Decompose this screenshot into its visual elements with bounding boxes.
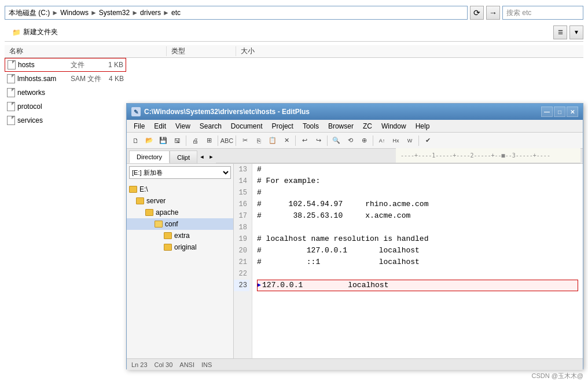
menu-window[interactable]: Window [377,121,411,131]
tree-item-original[interactable]: original [127,241,233,253]
undo-btn[interactable]: ↩ [298,134,311,147]
col-header-name[interactable]: 名称 [5,46,167,56]
address-path[interactable]: 本地磁盘 (C:) ► Windows ► System32 ► drivers… [5,6,468,20]
code-line-23[interactable]: ▶ 127.0.0.1 localhost [257,280,578,291]
check-btn[interactable]: ✔ [421,134,434,147]
hex-btn[interactable]: Hx [389,134,402,147]
tree-label: E:\ [139,185,148,193]
file-item-protocol[interactable]: protocol [5,100,126,113]
menu-project[interactable]: Project [267,121,298,131]
tab-directory[interactable]: Directory [129,151,170,163]
status-col: Col 30 [155,361,173,368]
file-name: services [17,116,75,124]
save-all-btn[interactable]: 🖫 [171,134,183,147]
editplus-app-icon: ✎ [131,107,141,116]
find-all-btn[interactable]: ⊕ [358,134,370,147]
new-folder-button[interactable]: 📁 新建文件夹 [5,24,65,41]
code-editor[interactable]: 13 14 15 16 17 18 19 20 21 22 23 # # For… [234,164,583,358]
paste-btn[interactable]: 📋 [266,134,279,147]
editor-inner: 13 14 15 16 17 18 19 20 21 22 23 # # For… [234,164,583,358]
menu-edit[interactable]: Edit [149,121,171,131]
file-item-lmhosts[interactable]: lmhosts.sam SAM 文件 4 KB [5,72,126,86]
copy-btn[interactable]: ⎘ [252,134,265,147]
addr-part-4[interactable]: drivers [140,9,161,17]
file-item-networks[interactable]: networks [5,86,126,100]
col-header-size[interactable]: 大小 [236,46,282,56]
print-btn[interactable]: 🖨 [189,134,201,147]
editplus-toolbar: 🗋 📂 💾 🖫 🖨 ⊞ ABC ✂ ⎘ 📋 ✕ ↩ ↪ 🔍 ⟲ ⊕ A↑ Hx … [127,133,583,149]
tree-item-extra[interactable]: extra [127,230,233,241]
line-numbers: 13 14 15 16 17 18 19 20 21 22 23 [234,164,252,358]
line-arrow: ▶ [258,280,261,291]
file-icon [8,60,16,69]
code-area[interactable]: # # For example: # # 102.54.94.97 rhino.… [252,164,583,358]
toolbar-sep-4 [295,135,296,146]
editplus-title: C:\Windows\System32\drivers\etc\hosts - … [144,108,541,116]
address-bar: 本地磁盘 (C:) ► Windows ► System32 ► drivers… [5,5,583,21]
col-header-type[interactable]: 类型 [167,46,236,56]
tab-prev-arrow[interactable]: ◄ [197,151,207,163]
save-btn[interactable]: 💾 [157,134,170,147]
addr-part-1[interactable]: 本地磁盘 (C:) [9,8,50,18]
print-preview-btn[interactable]: ⊞ [203,134,215,147]
new-folder-icon: 📁 [12,28,21,36]
status-line: Ln 23 [131,361,148,368]
menu-browser[interactable]: Browser [324,121,358,131]
delete-btn[interactable]: ✕ [280,134,293,147]
view-details-button[interactable]: ▼ [569,25,583,39]
code-line-14: # For example: [257,175,578,187]
file-name: hosts [18,61,71,69]
new-file-btn[interactable]: 🗋 [129,134,142,147]
tree-label: conf [165,220,178,228]
tab-clipt[interactable]: Clipt [170,151,197,163]
explorer-toolbar: 📁 新建文件夹 ☰ ▼ [5,23,583,42]
tree-item-e[interactable]: E:\ [127,184,233,195]
addr-part-5[interactable]: etc [171,9,181,17]
addr-part-2[interactable]: Windows [60,9,89,17]
menu-help[interactable]: Help [411,121,435,131]
redo-btn[interactable]: ↪ [312,134,325,147]
line-num-13: 13 [234,164,249,175]
refresh-button[interactable]: ⟳ [470,6,484,20]
menu-zc[interactable]: ZC [358,121,377,131]
code-line-17: # 38.25.63.10 x.acme.com [257,210,578,222]
menu-search[interactable]: Search [195,121,226,131]
editplus-window: ✎ C:\Windows\System32\drivers\etc\hosts … [126,103,583,369]
tree-item-apache[interactable]: apache [127,207,233,218]
toolbar-sep-3 [236,135,236,146]
code-line-18 [257,222,578,233]
font-size-btn[interactable]: A↑ [376,134,388,147]
code-line-20: # 127.0.0.1 localhost [257,245,578,256]
menu-tools[interactable]: Tools [298,121,324,131]
status-insert: INS [201,361,212,368]
open-file-btn[interactable]: 📂 [143,134,156,147]
word-wrap-btn[interactable]: W [403,134,416,147]
drive-selector[interactable]: [E:] 新加卷 [129,166,231,179]
find-btn[interactable]: 🔍 [330,134,343,147]
file-icon [7,74,15,83]
line-num-14: 14 [234,175,249,187]
search-box[interactable]: 搜索 etc [502,6,583,20]
menu-file[interactable]: File [129,121,149,131]
view-list-button[interactable]: ☰ [553,25,567,39]
menu-document[interactable]: Document [226,121,267,131]
maximize-button[interactable]: □ [554,107,565,117]
menu-view[interactable]: View [171,121,195,131]
navigate-button[interactable]: → [486,6,500,20]
file-item-services[interactable]: services [5,113,126,127]
spell-btn[interactable]: ABC [220,134,233,147]
ruler: ----+----1-----+----2-----+--■--3-----+-… [396,148,580,163]
minimize-button[interactable]: — [541,107,553,117]
cut-btn[interactable]: ✂ [238,134,251,147]
addr-part-3[interactable]: System32 [99,9,130,17]
file-item-hosts[interactable]: hosts 文件 1 KB [5,58,126,72]
column-headers: 名称 类型 大小 [5,45,583,58]
close-button[interactable]: ✕ [567,107,578,117]
replace-btn[interactable]: ⟲ [344,134,357,147]
editplus-tabbar: Directory Clipt ◄ ► ----+----1-----+----… [127,149,583,164]
file-list: hosts 文件 1 KB lmhosts.sam SAM 文件 4 KB ne… [5,58,126,127]
file-name: protocol [17,102,75,111]
tab-next-arrow[interactable]: ► [207,151,216,163]
tree-item-conf[interactable]: conf [127,218,233,230]
tree-item-server[interactable]: server [127,195,233,207]
